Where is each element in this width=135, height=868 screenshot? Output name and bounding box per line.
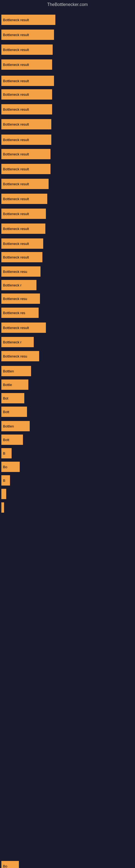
bar-label: Bottlen [3, 424, 14, 428]
bar-label: Bottleneck result [3, 197, 29, 201]
bar-item: Bottleneck result [1, 149, 50, 159]
bar-label: Bo [3, 864, 7, 868]
bar-item: Bottlen [1, 366, 31, 376]
bar-label: Bottleneck result [3, 107, 29, 112]
bar-label: Bottleneck result [3, 326, 29, 330]
bar-label: Bottleneck resu [3, 297, 27, 301]
bar-label: Bottleneck result [3, 63, 29, 67]
bar-item: Bottleneck result [1, 194, 47, 204]
bar-item: Bottleneck result [1, 30, 54, 40]
bar-label: Bottle [3, 383, 12, 387]
bar-item: Bottleneck res [1, 308, 39, 318]
bar-label: Bottleneck result [3, 152, 29, 156]
bar-item: Bottleneck resu [1, 267, 41, 277]
bar-label: Bottleneck res [3, 311, 25, 315]
bar-label: Bottleneck result [3, 242, 29, 246]
bar-item: Bottleneck result [1, 14, 55, 25]
bar-label: Bottleneck result [3, 33, 29, 37]
bar-item: Bottleneck result [1, 134, 51, 145]
bar-item: Bottleneck resu [1, 351, 39, 361]
bar-item: Bottleneck result [1, 44, 53, 55]
bar-label: Bo [3, 465, 7, 469]
chart-area: Bottleneck resultBottleneck resultBottle… [0, 9, 135, 864]
bar-item: B [1, 475, 10, 486]
bar-item: Bottleneck result [1, 179, 49, 189]
bar-item: B [1, 448, 12, 458]
bar-item: Bot [1, 393, 24, 403]
bar-label: B [3, 478, 5, 483]
bar-item: Bo [1, 462, 20, 472]
bar-item: Bottleneck result [1, 59, 52, 70]
bar-label: Bottleneck result [3, 93, 29, 97]
bar-item: Bottleneck result [1, 223, 45, 234]
bar-item: Bottleneck result [1, 252, 42, 262]
bar-label: Bott [3, 438, 9, 442]
bar-item: Bottleneck result [1, 76, 54, 86]
bar-item: Bottleneck r [1, 337, 34, 347]
bar-label: Bottleneck result [3, 79, 29, 83]
bar-label: Bottleneck result [3, 227, 29, 231]
bar-item: Bottleneck result [1, 119, 51, 129]
bar-item: Bottleneck result [1, 209, 46, 219]
bar-item: Bottleneck result [1, 89, 52, 99]
bar-item: Bott [1, 407, 27, 417]
bar-label: Bott [3, 410, 9, 414]
bar-item: Bottleneck result [1, 164, 50, 174]
bar-label: Bottleneck result [3, 255, 29, 259]
bar-item: Bo [1, 861, 19, 868]
bar-label: Bottlen [3, 369, 14, 373]
bar-item: Bottlen [1, 421, 30, 431]
bar-label: Bottleneck resu [3, 354, 27, 358]
bar-item: Bottleneck result [1, 104, 52, 115]
site-title: TheBottlenecker.com [0, 0, 135, 9]
bar-item [1, 502, 4, 513]
bar-item: Bottle [1, 379, 28, 390]
bar-item: Bottleneck r [1, 280, 37, 290]
bar-label: Bottleneck result [3, 182, 29, 186]
bar-label: B [3, 452, 5, 456]
bar-label: Bottleneck result [3, 122, 29, 126]
bar-item: Bottleneck resu [1, 293, 40, 304]
bar-label: Bottleneck result [3, 48, 29, 52]
bar-label: Bottleneck r [3, 340, 21, 344]
bar-label: Bottleneck result [3, 18, 29, 22]
bar-label: Bottleneck resu [3, 270, 27, 274]
bar-item: Bottleneck result [1, 322, 46, 333]
bar-label: Bot [3, 396, 8, 400]
bar-label: Bottleneck result [3, 138, 29, 142]
bar-label: Bottleneck result [3, 212, 29, 216]
bar-label: Bottleneck r [3, 283, 21, 287]
bar-item: Bottleneck result [1, 239, 43, 249]
bar-label: Bottleneck result [3, 167, 29, 171]
bar-item [1, 489, 6, 499]
bar-item: Bott [1, 435, 23, 445]
